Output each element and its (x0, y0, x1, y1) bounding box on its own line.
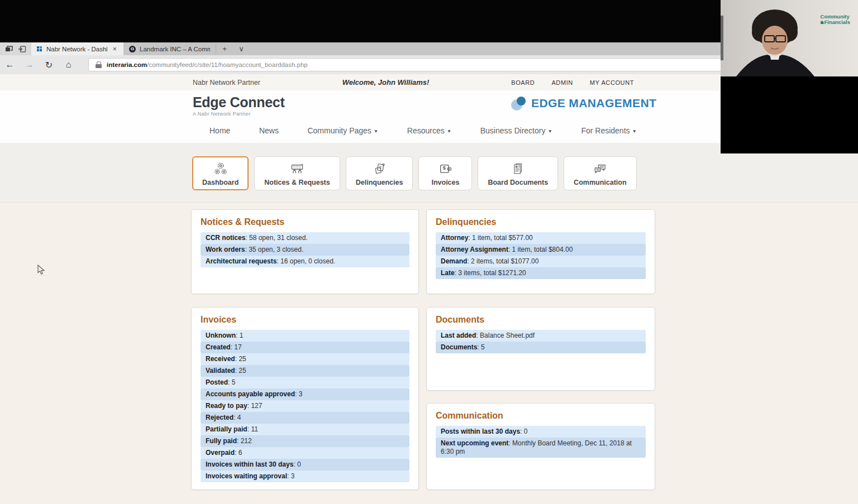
stat-row: Demand: 2 items, total $1077.00 (436, 256, 646, 267)
home-button[interactable]: ⌂ (59, 60, 78, 70)
browser-tab[interactable]: G Landmark INC – A Commur (123, 42, 216, 55)
account-links: BOARDADMINMY ACCOUNT (511, 79, 634, 86)
quick-link-button[interactable]: Notices & Requests (254, 156, 340, 190)
nabr-favicon (37, 46, 42, 52)
quick-link-label: Dashboard (202, 179, 239, 186)
tab-preview-icon[interactable] (5, 46, 13, 52)
set-tabs-aside-icon[interactable] (18, 46, 26, 52)
tab-close-icon[interactable]: × (111, 45, 118, 53)
welcome-message: Welcome, John Williams! (342, 78, 430, 87)
new-tab-button[interactable]: + (216, 42, 233, 55)
notes-icon (370, 161, 388, 177)
svg-text:$: $ (443, 165, 446, 171)
stat-row: Fully paid: 212 (201, 435, 409, 447)
community-financials-logo: Community Financials (821, 14, 850, 25)
nav-item[interactable]: News▼ (259, 126, 279, 135)
stat-row: Received: 25 (201, 353, 409, 365)
mouse-cursor (37, 265, 45, 276)
stat-row: Last added: Balance Sheet.pdf (436, 330, 646, 342)
stat-row: CCR notices: 58 open, 31 closed. (201, 232, 409, 244)
quick-link-button[interactable]: $ Invoices (418, 156, 472, 190)
stat-row: Work orders: 35 open, 3 closed. (201, 244, 409, 256)
communication-card: Communication Posts within last 30 days:… (426, 403, 655, 490)
refresh-button[interactable]: ↻ (39, 60, 59, 70)
quick-link-button[interactable]: Dashboard (192, 156, 249, 190)
nav-item[interactable]: Business Directory▼ (480, 126, 552, 135)
card-title: Notices & Requests (201, 217, 409, 227)
quick-link-label: Board Documents (488, 179, 548, 186)
landmark-favicon: G (129, 46, 136, 52)
dropdown-caret-icon: ▼ (547, 128, 552, 134)
card-title: Documents (436, 315, 646, 325)
main-nav: Home▼ News▼ Community Pages▼ Resources▼ … (209, 126, 637, 135)
quick-link-button[interactable]: Board Documents (478, 156, 558, 190)
browser-tab-active[interactable]: Nabr Network - Dashbc × (31, 42, 123, 55)
webcam-overlay: Community Financials (721, 0, 858, 153)
quick-link-label: Notices & Requests (264, 179, 330, 186)
partner-label: Nabr Network Partner (193, 79, 260, 87)
stat-row: Invoices within last 30 days: 0 (201, 459, 409, 471)
tab-actions-group (0, 42, 31, 55)
card-title: Delinquencies (436, 217, 646, 227)
stat-row: Late: 3 items, total $1271.20 (436, 267, 646, 279)
stat-row: Architectural requests: 16 open, 0 close… (201, 256, 409, 267)
chat-icon (591, 161, 609, 177)
quick-link-label: Delinquencies (356, 179, 403, 186)
lock-icon (96, 61, 102, 68)
quick-link-label: Invoices (431, 179, 459, 186)
account-link[interactable]: BOARD (511, 79, 535, 86)
nav-item[interactable]: For Residents▼ (581, 126, 637, 135)
wallet-icon: $ (436, 161, 454, 177)
stat-row: Overpaid: 6 (201, 447, 409, 459)
invoices-card: Invoices Unknown: 1Created: 17Received: … (191, 307, 419, 490)
documents-card: Documents Last added: Balance Sheet.pdfD… (426, 307, 655, 391)
dropdown-caret-icon: ▼ (374, 128, 378, 134)
url-text: interaria.com/communityfeed/c/site/11/ho… (107, 61, 308, 68)
webcam-person (721, 0, 858, 76)
company-logo: EDGE MANAGEMENT (511, 96, 656, 111)
stat-row: Attorney Assignment: 1 item, total $804.… (436, 244, 646, 256)
stat-row: Created: 17 (201, 342, 409, 353)
gears-icon (212, 161, 230, 177)
stat-row: Posted: 5 (201, 377, 409, 388)
stat-row: Validated: 25 (201, 365, 409, 377)
tab-list-chevron-icon[interactable]: ∨ (233, 42, 250, 55)
stat-row: Documents: 5 (436, 342, 646, 353)
stat-row: Accounts payable approved: 3 (201, 388, 409, 400)
webcam-video: Community Financials (721, 0, 858, 76)
community-financials-logo-icon (821, 21, 824, 24)
nav-item[interactable]: Home▼ (209, 126, 230, 135)
quick-link-button[interactable]: Delinquencies (346, 156, 413, 190)
quick-link-label: Communication (574, 179, 626, 186)
nav-item[interactable]: Resources▼ (407, 126, 451, 135)
back-button[interactable]: ← (0, 60, 20, 70)
stat-row: Next upcoming event: Monthly Board Meeti… (436, 438, 646, 458)
quick-link-button[interactable]: Communication (564, 156, 636, 190)
keyboard-icon (288, 161, 306, 177)
stat-row: Ready to pay: 127 (201, 400, 409, 412)
edge-management-logo-icon (511, 96, 526, 111)
tab-title: Nabr Network - Dashbc (46, 46, 107, 52)
document-icon (509, 161, 527, 177)
tab-title: Landmark INC – A Commur (140, 46, 210, 52)
stat-row: Invoices waiting approval: 3 (201, 471, 409, 482)
notices-requests-card: Notices & Requests CCR notices: 58 open,… (191, 209, 419, 294)
nav-item[interactable]: Community Pages▼ (307, 126, 378, 135)
stat-row: Partially paid: 11 (201, 424, 409, 435)
delinquencies-card: Delinquencies Attorney: 1 item, total $5… (426, 209, 655, 294)
stat-row: Posts within last 30 days: 0 (436, 426, 646, 438)
quick-link-row: Dashboard Notices & Requests (192, 156, 637, 190)
site-tagline: A Nabr Network Partner (193, 111, 284, 117)
account-link[interactable]: ADMIN (551, 79, 573, 86)
card-title: Communication (436, 411, 646, 421)
forward-button[interactable]: → (20, 60, 39, 70)
site-logo[interactable]: Edge Connect A Nabr Network Partner (193, 94, 284, 117)
site-name: Edge Connect (193, 94, 284, 111)
dropdown-caret-icon: ▼ (447, 128, 451, 134)
company-name: EDGE MANAGEMENT (531, 97, 656, 110)
stat-row: Rejected: 4 (201, 412, 409, 424)
dropdown-caret-icon: ▼ (632, 128, 637, 134)
stat-row: Unknown: 1 (201, 330, 409, 342)
card-title: Invoices (201, 315, 409, 325)
account-link[interactable]: MY ACCOUNT (590, 79, 634, 86)
